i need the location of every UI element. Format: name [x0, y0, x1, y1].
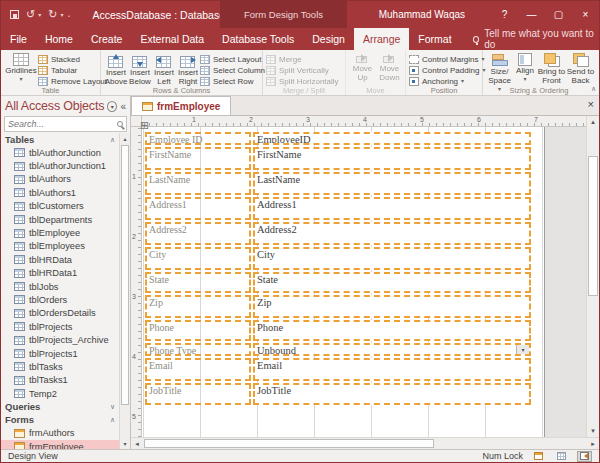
vertical-scrollbar-thumb[interactable]: [588, 156, 598, 296]
insert-below-button[interactable]: Insert Below: [128, 52, 152, 87]
scroll-up-icon[interactable]: ▴: [587, 116, 599, 128]
combo-dropdown-button[interactable]: ▾: [516, 345, 529, 354]
field-control[interactable]: LastName ▾: [253, 172, 531, 195]
nav-table-item[interactable]: tblEmployees: [1, 240, 119, 253]
nav-table-item[interactable]: Temp2: [1, 387, 119, 400]
nav-group-queries[interactable]: Queries ∨: [1, 400, 119, 413]
nav-group-tables[interactable]: Tables ∧: [1, 133, 119, 146]
tab-external-data[interactable]: External Data: [131, 28, 213, 50]
nav-form-item[interactable]: frmEmployee: [1, 440, 119, 449]
close-document-icon[interactable]: ×: [588, 99, 594, 110]
undo-icon[interactable]: ↺: [26, 9, 35, 20]
scroll-right-icon[interactable]: ▸: [587, 438, 599, 449]
form-grid-canvas[interactable]: ⊞ Employee ID EmployeeID ▾: [142, 127, 544, 437]
field-control[interactable]: Address1 ▾: [253, 197, 531, 220]
redo-dropdown-icon[interactable]: ▾: [60, 11, 63, 18]
field-label[interactable]: City: [145, 247, 251, 270]
form-view-button[interactable]: [531, 451, 546, 462]
remove-layout-button[interactable]: Remove Layout: [38, 76, 107, 86]
shutter-close-icon[interactable]: «: [120, 101, 126, 112]
nav-table-item[interactable]: tblAuthorJunction: [1, 146, 119, 159]
field-label[interactable]: State: [145, 272, 251, 293]
field-control[interactable]: State ▾: [253, 272, 531, 293]
field-label[interactable]: LastName: [145, 172, 251, 195]
tab-database-tools[interactable]: Database Tools: [213, 28, 303, 50]
horizontal-scrollbar[interactable]: ◂ ▸: [131, 437, 599, 449]
vertical-scrollbar[interactable]: ▴ ▾: [586, 116, 599, 437]
field-control[interactable]: FirstName ▾: [253, 147, 531, 170]
select-layout-button[interactable]: Select Layout: [200, 54, 265, 64]
field-control[interactable]: City ▾: [253, 247, 531, 270]
field-control[interactable]: Phone ▾: [253, 320, 531, 341]
insert-above-button[interactable]: Insert Above: [104, 52, 128, 87]
field-label[interactable]: Employee ID: [145, 132, 251, 145]
nav-table-item[interactable]: tblDepartments: [1, 213, 119, 226]
field-label[interactable]: Email: [145, 358, 251, 381]
control-padding-button[interactable]: Control Padding▾: [409, 65, 485, 75]
field-label[interactable]: Phone: [145, 320, 251, 341]
search-icon[interactable]: [117, 121, 123, 127]
anchoring-button[interactable]: Anchoring▾: [409, 76, 485, 86]
field-control[interactable]: JobTitle ▾: [253, 383, 531, 405]
nav-table-item[interactable]: tblOrders: [1, 293, 119, 306]
maximize-button[interactable]: ▢: [545, 1, 572, 28]
nav-table-item[interactable]: tblJobs: [1, 280, 119, 293]
nav-table-item[interactable]: tblProjects_Archive: [1, 333, 119, 346]
scroll-up-icon[interactable]: ▴: [120, 133, 130, 144]
signed-in-user[interactable]: Muhammad Waqas: [379, 9, 465, 20]
save-icon[interactable]: [10, 10, 19, 19]
nav-table-item[interactable]: tblHRData: [1, 253, 119, 266]
nav-table-item[interactable]: tblTasks1: [1, 374, 119, 387]
redo-icon[interactable]: ↻: [48, 9, 57, 20]
nav-scrollbar[interactable]: ▴ ▾: [119, 133, 130, 449]
nav-scrollbar-thumb[interactable]: [121, 145, 129, 405]
nav-table-item[interactable]: tblProjects1: [1, 347, 119, 360]
tab-arrange[interactable]: Arrange: [354, 28, 409, 50]
select-row-button[interactable]: Select Row: [200, 76, 265, 86]
bring-to-front-button[interactable]: Bring to Front: [537, 52, 566, 86]
tab-home[interactable]: Home: [36, 28, 82, 50]
document-tab-frmemployee[interactable]: frmEmployee: [131, 96, 231, 115]
search-input[interactable]: [8, 119, 115, 129]
horizontal-scrollbar-thumb[interactable]: [144, 439, 434, 448]
nav-table-item[interactable]: tblEmployee: [1, 226, 119, 239]
help-button[interactable]: ?: [491, 1, 518, 28]
nav-group-forms[interactable]: Forms ∧: [1, 413, 119, 426]
nav-table-item[interactable]: tblAuthors1: [1, 186, 119, 199]
design-view-button[interactable]: [577, 451, 592, 462]
nav-table-item[interactable]: tblHRData1: [1, 267, 119, 280]
nav-table-item[interactable]: tblCustomers: [1, 200, 119, 213]
close-button[interactable]: ×: [572, 1, 599, 28]
field-control[interactable]: EmployeeID ▾: [253, 132, 531, 145]
undo-dropdown-icon[interactable]: ▾: [38, 11, 41, 18]
minimize-button[interactable]: —: [518, 1, 545, 28]
align-button[interactable]: Align ▾: [513, 52, 537, 82]
scroll-left-icon[interactable]: ◂: [131, 438, 143, 449]
scroll-down-icon[interactable]: ▾: [120, 438, 130, 449]
field-label[interactable]: JobTitle: [145, 383, 251, 405]
nav-table-item[interactable]: tblAuthors: [1, 173, 119, 186]
field-control[interactable]: Address2 ▾: [253, 222, 531, 245]
tabular-button[interactable]: Tabular: [38, 65, 107, 75]
field-label[interactable]: Address2: [145, 222, 251, 245]
tab-file[interactable]: File: [1, 28, 36, 50]
tell-me-box[interactable]: Tell me what you want to do: [473, 28, 599, 50]
field-label[interactable]: Phone Type: [145, 343, 251, 356]
tab-design[interactable]: Design: [303, 28, 354, 50]
tab-format[interactable]: Format: [409, 28, 460, 50]
nav-table-item[interactable]: tblTasks: [1, 360, 119, 373]
field-label[interactable]: Address1: [145, 197, 251, 220]
select-column-button[interactable]: Select Column: [200, 65, 265, 75]
send-to-back-button[interactable]: Send to Back: [566, 52, 595, 86]
nav-table-item[interactable]: tblProjects: [1, 320, 119, 333]
field-label[interactable]: FirstName: [145, 147, 251, 170]
nav-table-item[interactable]: tblAuthorJunction1: [1, 159, 119, 172]
gridlines-button[interactable]: Gridlines ▾: [4, 52, 38, 82]
horizontal-ruler[interactable]: 1234567: [142, 116, 586, 127]
customize-qat-icon[interactable]: ⌄: [66, 11, 71, 18]
nav-form-item[interactable]: frmAuthors: [1, 426, 119, 439]
field-label[interactable]: Zip: [145, 295, 251, 318]
tab-create[interactable]: Create: [82, 28, 132, 50]
control-margins-button[interactable]: Control Margins▾: [409, 54, 485, 64]
nav-table-item[interactable]: tblOrdersDetails: [1, 307, 119, 320]
